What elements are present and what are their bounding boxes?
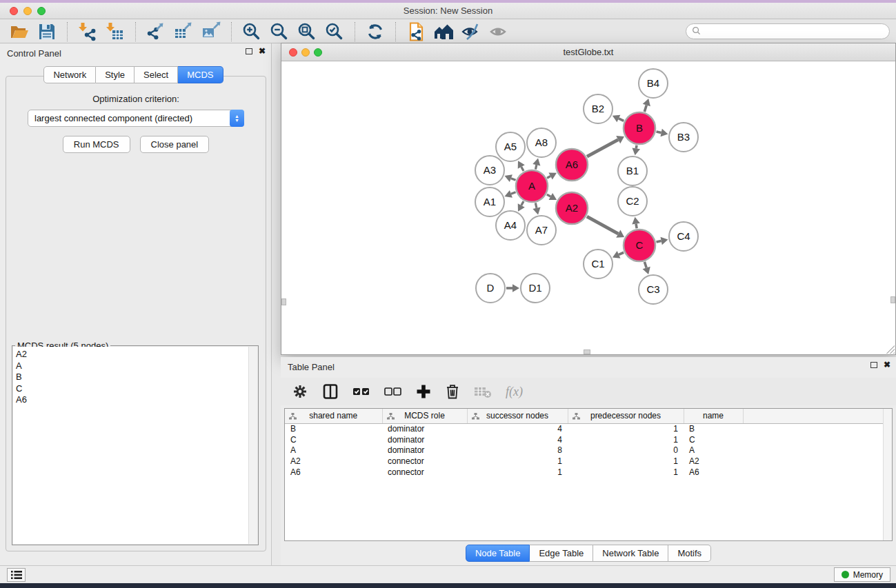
edge-C-C3[interactable]	[644, 262, 646, 268]
zoom-fit-icon[interactable]	[295, 21, 319, 42]
open-folder-icon[interactable]	[7, 21, 32, 42]
edge-A6-B[interactable]	[587, 140, 618, 156]
edge-B-B1[interactable]	[636, 145, 637, 149]
table-row[interactable]: Adominator80A	[285, 445, 884, 456]
table-cell[interactable]: connector	[382, 456, 467, 467]
table-cell[interactable]: 1	[467, 456, 568, 467]
table-cell[interactable]: 1	[568, 456, 684, 467]
edge-B-B2[interactable]	[619, 119, 624, 121]
close-table-panel-icon[interactable]: ✖	[884, 361, 890, 368]
table-cell[interactable]: A2	[684, 456, 743, 467]
delete-column-icon[interactable]	[445, 383, 460, 400]
table-cell[interactable]: C	[285, 434, 382, 445]
tab-motifs[interactable]: Motifs	[668, 545, 711, 562]
run-mcds-button[interactable]: Run MCDS	[63, 136, 130, 153]
table-cell[interactable]: 4	[467, 423, 568, 434]
column-header-name[interactable]: name	[684, 409, 743, 423]
refresh-icon[interactable]	[363, 21, 388, 42]
mcds-result-list[interactable]: A2ABCA6	[13, 347, 248, 544]
table-cell[interactable]: B	[684, 423, 743, 434]
edge-A-A6[interactable]	[547, 176, 550, 178]
table-cell[interactable]: A6	[684, 467, 743, 478]
edge-A-A7[interactable]	[535, 203, 537, 207]
tab-network-table[interactable]: Network Table	[593, 545, 668, 562]
split-panel-icon[interactable]	[322, 383, 339, 400]
network-from-file-icon[interactable]	[404, 21, 428, 42]
tab-edge-table[interactable]: Edge Table	[530, 545, 593, 562]
zoom-selected-icon[interactable]	[322, 21, 347, 42]
table-cell[interactable]: A	[684, 445, 743, 456]
result-list-scrollbar[interactable]	[248, 347, 257, 544]
select-all-icon[interactable]	[352, 386, 370, 397]
result-list-item[interactable]: A	[16, 361, 248, 372]
result-list-item[interactable]: A2	[16, 349, 248, 361]
deselect-all-icon[interactable]	[384, 386, 402, 397]
settings-icon[interactable]	[292, 383, 308, 400]
edge-C-C2[interactable]	[636, 224, 637, 229]
edge-C-C4[interactable]	[656, 241, 661, 242]
resize-grip-icon[interactable]	[886, 345, 895, 354]
save-icon[interactable]	[34, 21, 59, 42]
float-panel-icon[interactable]	[246, 48, 252, 54]
tab-style[interactable]: Style	[96, 66, 135, 83]
graphics-details-icon[interactable]	[459, 21, 484, 42]
task-history-button[interactable]	[7, 568, 26, 582]
table-cell[interactable]: dominator	[382, 434, 467, 445]
table-cell[interactable]: A	[285, 445, 382, 456]
home-icon[interactable]	[431, 21, 456, 42]
table-row[interactable]: A6connector11A6	[285, 467, 884, 478]
edge-A-A5[interactable]	[521, 167, 524, 171]
table-cell[interactable]: dominator	[382, 445, 467, 456]
table-scrollbar[interactable]	[883, 409, 892, 540]
node-table-body[interactable]: Bdominator41BCdominator41CAdominator80AA…	[285, 423, 884, 478]
close-panel-icon[interactable]: ✖	[259, 48, 266, 54]
import-network-icon[interactable]	[75, 21, 100, 42]
edge-A-A4[interactable]	[521, 201, 524, 205]
tab-network[interactable]: Network	[43, 66, 96, 83]
edge-B-B3[interactable]	[656, 132, 661, 132]
add-column-icon[interactable]	[416, 384, 431, 399]
table-cell[interactable]: A6	[285, 467, 382, 478]
tab-node-table[interactable]: Node Table	[466, 545, 530, 562]
canvas-scroll-left[interactable]	[281, 298, 286, 305]
node-table[interactable]: shared nameMCDS rolesuccessor nodesprede…	[285, 409, 884, 478]
table-cell[interactable]: 1	[568, 423, 684, 434]
table-row[interactable]: Bdominator41B	[285, 423, 884, 434]
close-panel-button[interactable]: Close panel	[140, 136, 210, 153]
search-input[interactable]	[701, 24, 889, 39]
edge-A2-C[interactable]	[587, 216, 618, 234]
table-cell[interactable]: 1	[568, 467, 684, 478]
import-table-icon[interactable]	[103, 21, 128, 42]
column-header-shared-name[interactable]: shared name	[285, 409, 382, 423]
memory-button[interactable]: Memory	[834, 567, 890, 582]
export-network-icon[interactable]	[143, 21, 168, 42]
export-table-icon[interactable]	[171, 21, 196, 42]
network-graph[interactable]: B4B2BB3A5A8A6B1A3AA1A2C2A4A7C4CC1C3DD1	[281, 61, 895, 354]
table-cell[interactable]: 8	[467, 445, 568, 456]
table-cell[interactable]: C	[684, 434, 743, 445]
table-cell[interactable]: 1	[467, 467, 568, 478]
node-table-header[interactable]: shared nameMCDS rolesuccessor nodesprede…	[285, 409, 884, 423]
tab-select[interactable]: Select	[135, 66, 178, 83]
tab-mcds[interactable]: MCDS	[178, 66, 223, 83]
table-cell[interactable]: 0	[568, 445, 684, 456]
zoom-out-icon[interactable]	[267, 21, 292, 42]
search-box[interactable]	[686, 23, 890, 39]
table-row[interactable]: Cdominator41C	[285, 434, 884, 445]
canvas-scroll-right[interactable]	[890, 296, 895, 303]
column-header-successor-nodes[interactable]: successor nodes	[467, 409, 568, 423]
criterion-dropdown[interactable]: largest connected component (directed) ▲…	[28, 110, 244, 127]
table-row[interactable]: A2connector11A2	[285, 456, 884, 467]
table-cell[interactable]: dominator	[382, 423, 467, 434]
network-window-titlebar[interactable]: testGlobe.txt	[281, 43, 895, 61]
export-image-icon[interactable]	[199, 21, 223, 42]
canvas-scroll-bottom[interactable]	[584, 349, 590, 354]
edge-B-B4[interactable]	[644, 105, 646, 112]
edge-A-A2[interactable]	[547, 194, 550, 196]
edge-A-A8[interactable]	[535, 165, 536, 169]
table-cell[interactable]: 1	[568, 434, 684, 445]
result-list-item[interactable]: C	[16, 383, 248, 395]
result-list-item[interactable]: B	[16, 372, 248, 383]
table-cell[interactable]: 4	[467, 434, 568, 445]
edge-C-C1[interactable]	[619, 252, 624, 254]
